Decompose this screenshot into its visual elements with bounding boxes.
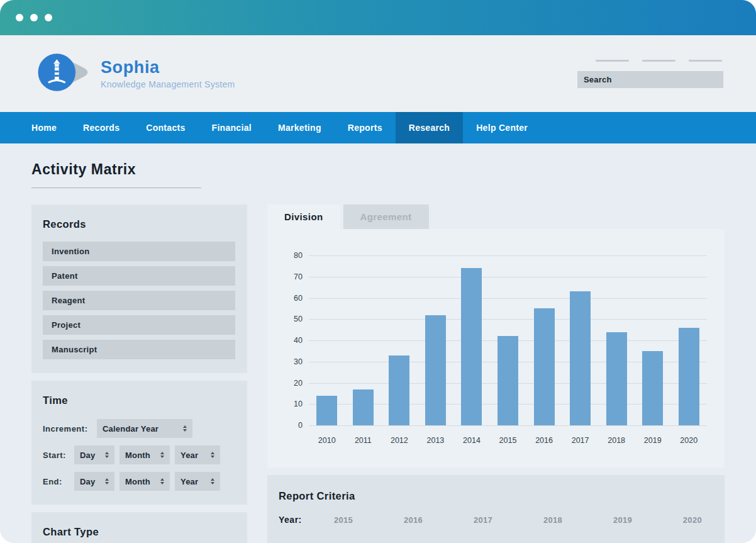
bar-slot <box>418 315 454 426</box>
brand: Sophia Knowledge Management System <box>101 58 235 89</box>
menu-line-icon <box>642 60 675 62</box>
record-filter-project[interactable]: Project <box>43 315 235 335</box>
start-month-value: Month <box>125 451 150 460</box>
bar-group <box>309 255 707 425</box>
bar-2013 <box>425 315 446 426</box>
header-menu-lines <box>577 60 723 62</box>
chart-plot-column: 2010201120122013201420152016201720182019… <box>309 255 707 445</box>
year-option-2019[interactable]: 2019 <box>613 515 632 525</box>
x-label-slot: 2016 <box>526 436 562 445</box>
brand-name: Sophia <box>101 58 235 77</box>
x-axis-tick-label: 2018 <box>608 436 625 445</box>
nav-item-home[interactable]: Home <box>31 112 70 143</box>
record-filter-reagent[interactable]: Reagent <box>43 291 235 310</box>
start-row: Start: Day Month Year <box>43 445 235 464</box>
record-filter-invention[interactable]: Invention <box>43 242 235 261</box>
time-panel-title: Time <box>43 395 235 406</box>
bar-slot <box>598 332 635 426</box>
start-month-select[interactable]: Month <box>120 445 170 464</box>
record-filter-manuscript[interactable]: Manuscript <box>43 340 235 359</box>
year-option-2016[interactable]: 2016 <box>404 515 423 525</box>
x-axis-tick-label: 2011 <box>355 436 372 445</box>
start-year-select[interactable]: Year <box>175 445 220 464</box>
report-criteria-title: Report Criteria <box>279 490 713 502</box>
header-right <box>577 60 723 88</box>
increment-select[interactable]: Calendar Year <box>97 419 192 438</box>
app-window: Sophia Knowledge Management System Home … <box>0 0 756 543</box>
y-axis-tick-label: 50 <box>294 315 303 323</box>
page-layout: Records Invention Patent Reagent Project… <box>31 204 725 543</box>
chart-tabs: Division Agreement <box>267 204 725 229</box>
x-axis-tick-label: 2013 <box>427 436 445 445</box>
bar-slot <box>635 351 671 425</box>
x-label-slot: 2019 <box>635 436 671 445</box>
tab-division[interactable]: Division <box>267 204 340 229</box>
bar-2018 <box>606 332 627 426</box>
year-option-2018[interactable]: 2018 <box>543 515 562 525</box>
x-axis-tick-label: 2020 <box>680 436 698 445</box>
records-list: Invention Patent Reagent Project Manuscr… <box>43 242 235 359</box>
updown-arrows-icon <box>160 452 164 458</box>
updown-arrows-icon <box>105 478 109 484</box>
end-day-select[interactable]: Day <box>74 472 114 491</box>
window-control-dot[interactable] <box>30 14 38 21</box>
increment-row: Increment: Calendar Year <box>43 419 235 438</box>
window-titlebar <box>0 0 756 35</box>
end-year-value: Year <box>181 477 198 486</box>
y-axis-tick-label: 60 <box>294 294 303 303</box>
year-filter-row: Year: 2015 2016 2017 2018 2019 2020 <box>279 515 713 525</box>
chart-panel: 01020304050607080 2010201120122013201420… <box>267 229 725 467</box>
nav-item-financial[interactable]: Financial <box>199 112 265 143</box>
x-label-slot: 2015 <box>490 436 526 445</box>
records-panel: Records Invention Patent Reagent Project… <box>31 204 247 373</box>
menu-line-icon <box>596 60 629 62</box>
y-axis-tick-label: 80 <box>294 251 303 260</box>
x-label-slot: 2014 <box>453 436 490 445</box>
start-day-select[interactable]: Day <box>74 445 114 464</box>
lighthouse-icon <box>30 46 93 99</box>
increment-label: Increment: <box>43 424 92 434</box>
x-axis-tick-label: 2016 <box>535 436 553 445</box>
window-control-dot[interactable] <box>45 14 52 21</box>
nav-item-records[interactable]: Records <box>70 112 133 143</box>
page-title: Activity Matrix <box>31 161 725 178</box>
year-option-2017[interactable]: 2017 <box>474 515 492 525</box>
sidebar: Records Invention Patent Reagent Project… <box>31 204 247 543</box>
year-filter-label: Year: <box>279 515 334 525</box>
end-year-select[interactable]: Year <box>175 472 220 491</box>
year-option-2020[interactable]: 2020 <box>683 515 702 525</box>
time-panel: Time Increment: Calendar Year Start: Day <box>31 381 247 505</box>
tab-agreement[interactable]: Agreement <box>343 204 429 229</box>
updown-arrows-icon <box>211 478 214 484</box>
bar-2010 <box>316 396 337 425</box>
start-day-value: Day <box>80 451 95 460</box>
chart-type-panel-title: Chart Type <box>43 526 235 538</box>
nav-item-reports[interactable]: Reports <box>335 112 396 143</box>
year-option-2015[interactable]: 2015 <box>334 515 353 525</box>
record-filter-patent[interactable]: Patent <box>43 266 235 286</box>
nav-item-help-center[interactable]: Help Center <box>463 112 541 143</box>
bar-slot <box>309 396 345 425</box>
bar-slot <box>562 291 599 425</box>
x-axis-tick-label: 2010 <box>318 436 336 445</box>
x-axis-tick-label: 2017 <box>572 436 589 445</box>
window-control-dot[interactable] <box>16 14 23 21</box>
x-label-slot: 2017 <box>562 436 599 445</box>
bar-slot <box>526 308 562 425</box>
search-input[interactable] <box>577 71 723 88</box>
nav-item-research[interactable]: Research <box>396 112 463 143</box>
updown-arrows-icon <box>211 452 214 458</box>
nav-item-contacts[interactable]: Contacts <box>133 112 198 143</box>
bar-2014 <box>461 268 482 425</box>
bar-2017 <box>570 291 591 425</box>
y-axis-tick-label: 40 <box>294 336 303 345</box>
updown-arrows-icon <box>160 478 164 484</box>
end-month-select[interactable]: Month <box>120 472 170 491</box>
app-header: Sophia Knowledge Management System <box>0 35 756 112</box>
gridline <box>309 425 707 426</box>
bar-slot <box>453 268 490 425</box>
bar-2019 <box>642 351 663 425</box>
x-label-slot: 2018 <box>598 436 635 445</box>
nav-item-marketing[interactable]: Marketing <box>265 112 335 143</box>
bar-slot <box>381 355 418 425</box>
